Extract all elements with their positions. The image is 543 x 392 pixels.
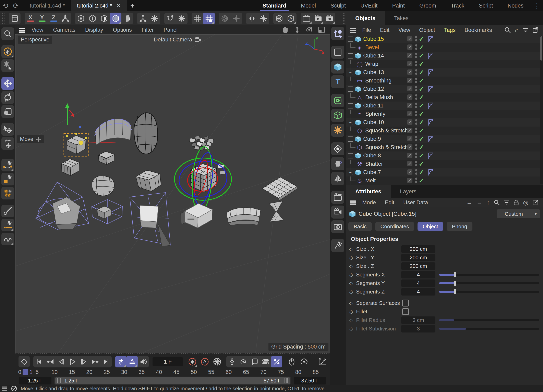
annotate-pen-icon[interactable]: [331, 239, 344, 252]
transform-palette-icon[interactable]: [331, 27, 344, 40]
viewport-menu-panel[interactable]: Panel: [159, 27, 182, 33]
object-tree-row[interactable]: − Cube.12 ✓: [346, 85, 543, 93]
attr-filter-icon[interactable]: [504, 200, 509, 205]
edit-toggle-icon[interactable]: [407, 53, 413, 59]
viewport-menu-view[interactable]: View: [27, 27, 48, 33]
enabled-check-icon[interactable]: ✓: [419, 35, 424, 43]
enabled-check-icon[interactable]: ✓: [419, 144, 424, 151]
open-in-new-icon[interactable]: [532, 27, 538, 33]
visibility-dots-icon[interactable]: [415, 119, 417, 125]
range-slider[interactable]: 1.25 F 87.50 F: [55, 377, 290, 384]
home-icon[interactable]: ⌂: [515, 27, 519, 33]
attr-open-in-new-icon[interactable]: [532, 199, 538, 205]
close-tab-icon[interactable]: ✕: [117, 3, 121, 9]
modeling-objects-tool[interactable]: [1, 187, 14, 199]
lock-icon[interactable]: [513, 199, 519, 205]
symmetry-gear-icon[interactable]: [258, 13, 269, 24]
dropdown-arrow-icon[interactable]: ▾: [531, 210, 540, 218]
viewport-zoom-tool[interactable]: [1, 28, 14, 40]
selection-move-tool[interactable]: [1, 123, 14, 136]
keyframe-diamond-icon[interactable]: ◇: [349, 326, 356, 332]
property-value-field[interactable]: 4: [401, 288, 436, 296]
loop-playback-button[interactable]: [115, 356, 126, 367]
quantize-lock-icon[interactable]: [203, 13, 215, 24]
goto-end-button[interactable]: [101, 356, 112, 367]
orbit-icon[interactable]: [305, 26, 313, 33]
expand-toggle-icon[interactable]: −: [348, 170, 353, 175]
tweak-tool[interactable]: [1, 59, 14, 72]
enabled-check-icon[interactable]: ✓: [419, 85, 424, 93]
expand-toggle-icon[interactable]: −: [348, 87, 353, 92]
keyframe-diamond-icon[interactable]: ◇: [349, 280, 356, 286]
tab-attributes[interactable]: Attributes: [346, 185, 391, 198]
visibility-dots-icon[interactable]: [415, 144, 417, 150]
pan-hand-icon[interactable]: [282, 26, 289, 33]
attribute-menu-user-data[interactable]: User Data: [399, 199, 433, 206]
object-menu-object[interactable]: Object: [415, 27, 440, 33]
viewport-menu-options[interactable]: Options: [108, 27, 137, 33]
move-tool[interactable]: [1, 77, 14, 90]
sketch-tool[interactable]: [1, 233, 14, 245]
layout-overflow-icon[interactable]: ⋮: [531, 0, 543, 11]
play-button[interactable]: [67, 356, 78, 367]
tab-takes[interactable]: Takes: [385, 11, 418, 25]
enabled-check-icon[interactable]: ✓: [419, 135, 424, 143]
redo-icon[interactable]: ⟳: [11, 0, 21, 11]
property-slider[interactable]: [439, 282, 539, 284]
keyframe-diamond-icon[interactable]: ◇: [349, 309, 356, 315]
object-name[interactable]: Cube.14: [363, 53, 384, 59]
brush-tool[interactable]: [1, 205, 14, 217]
section-tab-phong[interactable]: Phong: [447, 222, 472, 231]
modeling-settings-button[interactable]: [9, 13, 21, 24]
coordinate-gear-icon[interactable]: [149, 13, 160, 24]
previous-frame-button[interactable]: [56, 356, 67, 367]
property-value-field[interactable]: 3 cm: [401, 316, 436, 324]
visibility-dots-icon[interactable]: [415, 153, 417, 158]
layout-tab-uvedit[interactable]: UVEdit: [353, 0, 385, 11]
lock-x-axis-button[interactable]: X: [25, 13, 36, 24]
scene-cube-a[interactable]: [98, 152, 114, 165]
object-menu-edit[interactable]: Edit: [376, 27, 394, 33]
symmetry-object-icon[interactable]: [331, 172, 344, 185]
enabled-check-icon[interactable]: ✓: [419, 60, 424, 68]
object-name[interactable]: Squash & Stretch: [365, 144, 408, 150]
object-menu-file[interactable]: File: [358, 27, 376, 33]
measure-tool[interactable]: [1, 219, 14, 231]
enabled-check-icon[interactable]: ✓: [419, 69, 424, 76]
edit-toggle-icon[interactable]: [407, 111, 413, 117]
object-name[interactable]: Delta Mush: [365, 94, 393, 100]
object-name[interactable]: Melt: [365, 177, 376, 184]
rotation-record-button[interactable]: [298, 356, 310, 367]
edit-toggle-icon[interactable]: [407, 94, 413, 101]
object-name[interactable]: Cube.10: [363, 119, 384, 126]
tab-objects[interactable]: Objects: [346, 11, 385, 25]
object-name[interactable]: Spherify: [365, 111, 385, 117]
keyframe-diamond-icon[interactable]: ◇: [349, 263, 356, 269]
expand-toggle-icon[interactable]: −: [348, 120, 353, 125]
section-tab-basic[interactable]: Basic: [348, 222, 372, 231]
scene-wire-spike[interactable]: [130, 193, 170, 246]
soft-selection-icon[interactable]: [219, 13, 230, 24]
matrix-icon[interactable]: [331, 109, 344, 122]
enabled-check-icon[interactable]: ✓: [419, 110, 424, 118]
visibility-dots-icon[interactable]: [415, 177, 417, 183]
object-tree-row[interactable]: ◈ Bevel ✓: [346, 43, 543, 52]
expand-toggle-icon[interactable]: −: [348, 37, 353, 42]
object-tree-row[interactable]: ⬡ Squash & Stretch ✓: [346, 143, 543, 152]
object-name[interactable]: Bevel: [365, 44, 379, 50]
keyframe-diamond-icon[interactable]: ◇: [349, 255, 356, 261]
edit-toggle-icon[interactable]: [407, 77, 413, 84]
object-name[interactable]: Shatter: [365, 161, 383, 167]
edit-toggle-icon[interactable]: [407, 103, 413, 109]
properties-group-title[interactable]: Object Properties: [346, 232, 543, 245]
property-slider[interactable]: [439, 274, 539, 276]
normal-move-icon[interactable]: [273, 13, 285, 24]
layout-tab-track[interactable]: Track: [443, 0, 472, 11]
enabled-check-icon[interactable]: ✓: [419, 94, 424, 101]
model-mode-icon[interactable]: [110, 13, 121, 24]
preset-dropdown[interactable]: Custom ▾: [497, 210, 540, 218]
phong-tag-icon[interactable]: [428, 86, 434, 94]
edit-toggle-icon[interactable]: [407, 177, 413, 184]
motext-icon[interactable]: T: [331, 75, 344, 88]
layout-tab-model[interactable]: Model: [294, 0, 323, 11]
